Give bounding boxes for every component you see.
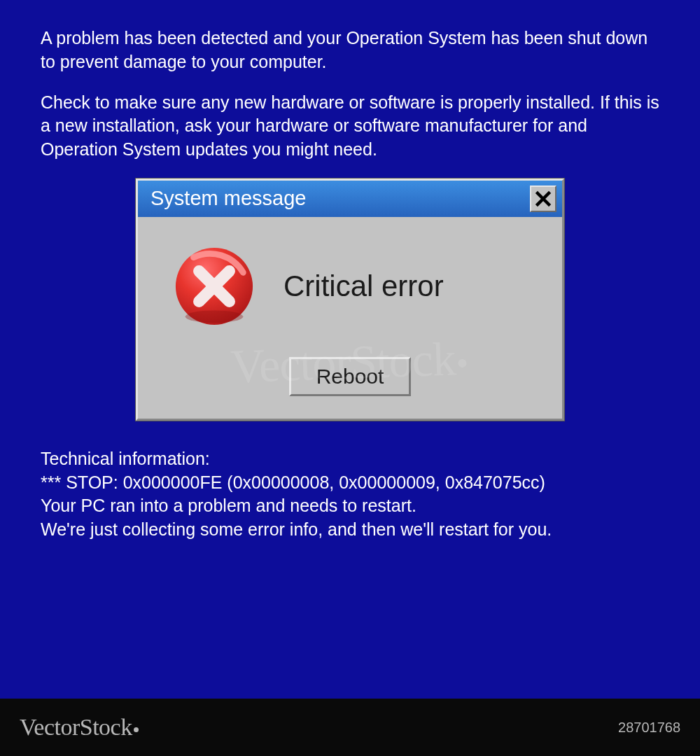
tech-stop-code: *** STOP: 0x000000FE (0x00000008, 0x0000… bbox=[41, 471, 659, 495]
tech-heading: Technical information: bbox=[41, 447, 659, 471]
system-message-dialog: System message bbox=[136, 178, 564, 421]
dialog-message: Critical error bbox=[284, 270, 444, 303]
watermark-brand: VectorStock bbox=[20, 714, 140, 741]
tech-line-3: Your PC ran into a problem and needs to … bbox=[41, 494, 659, 518]
bsod-paragraph-2: Check to make sure any new hardware or s… bbox=[41, 91, 659, 162]
dialog-body: Critical error Reboot bbox=[138, 217, 562, 419]
close-icon bbox=[535, 190, 552, 207]
watermark-footer: VectorStock 28701768 bbox=[0, 699, 700, 756]
dialog-title: System message bbox=[150, 187, 306, 210]
bsod-intro-text: A problem has been detected and your Ope… bbox=[0, 0, 700, 162]
dialog-titlebar: System message bbox=[138, 181, 562, 217]
watermark-id: 28701768 bbox=[618, 720, 680, 736]
close-button[interactable] bbox=[530, 186, 556, 212]
technical-information: Technical information: *** STOP: 0x00000… bbox=[0, 421, 700, 542]
tech-line-4: We're just collecting some error info, a… bbox=[41, 518, 659, 542]
error-x-icon bbox=[173, 245, 255, 328]
bsod-paragraph-1: A problem has been detected and your Ope… bbox=[41, 27, 659, 74]
reboot-button[interactable]: Reboot bbox=[289, 357, 412, 396]
svg-point-1 bbox=[186, 310, 244, 323]
